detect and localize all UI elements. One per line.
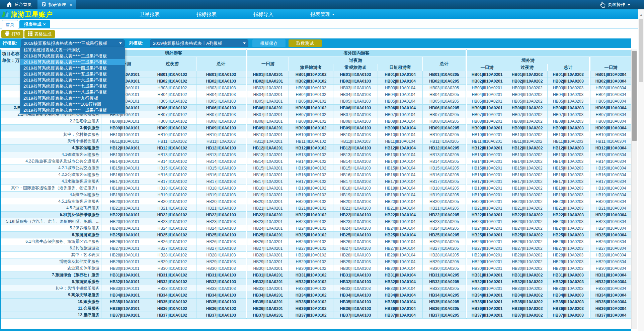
tab-report-generation[interactable]: 报表生成× <box>19 20 50 28</box>
data-cell: HB07|III10A0203 <box>548 111 589 118</box>
nav-indicator-reports[interactable]: 指标报表 <box>196 9 217 19</box>
data-cell: HB31|II10A0103 <box>196 272 246 279</box>
data-cell: HB37|III10A0202 <box>507 312 548 319</box>
table-row: 8.旅游娱乐服务HB32|II10A0101HB32|II10A0102HB32… <box>0 279 632 285</box>
data-cell: HB33|II10A0103 <box>196 285 246 292</box>
tab-close-icon[interactable]: × <box>43 22 46 27</box>
data-cell: HB21|III10A0102 <box>289 205 333 212</box>
row-label-cell: 农业观光休闲旅游 <box>0 265 101 272</box>
col-header-blank <box>590 57 631 64</box>
data-cell: HB26|II10A0103 <box>196 238 246 245</box>
row-label-cell: 8.旅游娱乐服务 <box>0 279 101 285</box>
data-cell: HB08|III10A0202 <box>507 118 548 125</box>
row-template-select[interactable]: 2019核算系统报表格式表*****三成果行模板 <box>21 39 125 47</box>
data-cell: HB30|III10A0102 <box>289 265 333 272</box>
data-cell: HB23|III10A0201 <box>467 218 507 225</box>
dropdown-option[interactable]: 2019核算系统报表格式表*****七成果行模板 <box>20 83 125 89</box>
data-cell: HB26|II10A0101 <box>101 238 148 245</box>
data-cell: HB30|III10A0201 <box>467 265 507 272</box>
dropdown-option[interactable]: 2019核算系统报表格式表*****八成果行模板 <box>20 89 125 95</box>
dropdown-option[interactable]: 2019核算系统报表格式表*****九行模板 <box>20 95 125 101</box>
data-cell: HB32|II10A0101 <box>101 279 148 285</box>
data-cell: HB08|II10A0102 <box>148 118 196 125</box>
table-row: 其中：国际旅客运输服务（港务服务、签证服务）HB18|II10A0101HB18… <box>0 185 632 192</box>
data-cell: HB01|III10A0201 <box>467 71 507 78</box>
dropdown-option[interactable]: 2019核算系统报表格式表*****五成果行模板 <box>20 71 125 77</box>
home-icon <box>7 2 12 8</box>
data-cell: HB36|III10A0304 <box>590 305 631 312</box>
dropdown-option[interactable]: 2019核算系统报表格式表*****四成果行模板 <box>20 65 125 71</box>
fetch-test-button[interactable]: 取数测试 <box>289 39 322 47</box>
row-template-dropdown[interactable]: 核算系统报表格式表一行测试2019核算系统报表格式表*****二成果行模板201… <box>20 47 125 114</box>
data-cell: HB22|III10A0104 <box>378 212 423 218</box>
table-row: 12.康疗服务HB37|II10A0101HB37|II10A0102HB37|… <box>0 312 632 319</box>
table-scrollbar-thumb[interactable] <box>632 51 637 141</box>
dropdown-option[interactable]: 2019核算系统报表格式表*****三成果行模板 <box>20 59 125 65</box>
data-cell: HB26|III10A0102 <box>289 238 333 245</box>
generate-table-button[interactable]: 表格生成 <box>24 30 55 38</box>
dropdown-option[interactable]: 2019核算系统报表格式表*****二成果行模板 <box>20 53 125 59</box>
dropdown-option[interactable]: 2019核算系统报表格式表*****一成果行模板 <box>20 107 125 113</box>
data-cell: HB06|III10A0104 <box>378 105 423 111</box>
dropdown-option[interactable]: 2019核算系统报表格式表*****六成果行模板 <box>20 77 125 83</box>
data-cell: HB13|III10A0104 <box>378 151 423 158</box>
dropdown-option[interactable]: 核算系统报表格式表一行测试 <box>20 47 125 53</box>
browser-tab-report-management[interactable]: 报表管理 × <box>37 0 76 9</box>
data-cell: HB26|III10A0203 <box>548 238 589 245</box>
data-cell: HB15|III10A0201 <box>467 165 507 172</box>
page-operations-menu[interactable]: 页面操作 <box>600 0 631 9</box>
table-row: 2.2住宅物业服务HB08|II10A0101HB08|II10A0102HB0… <box>0 118 632 125</box>
data-cell: HB03|III10A0202 <box>507 85 548 91</box>
data-cell: HB07|III10A0103 <box>333 111 378 118</box>
col-template-select[interactable]: 2019核算系统报表格式表十A列模板 <box>150 39 248 47</box>
col-header-day-trip: 一日游 <box>247 57 289 71</box>
tab-close-icon[interactable]: × <box>70 2 72 7</box>
table-scrollbar[interactable] <box>631 49 637 329</box>
data-cell: HB01|III10A0203 <box>548 71 589 78</box>
scroll-up-arrow-icon[interactable]: ▲ <box>638 12 644 17</box>
data-cell: HB19|III10A0202 <box>507 192 548 198</box>
data-cell: HB35|III10A0304 <box>590 299 631 305</box>
data-cell: HB09|II10A0201 <box>247 125 289 131</box>
save-template-button[interactable]: 模板保存 <box>252 39 286 47</box>
dropdown-option[interactable]: 2019核算系统报表格式表*****10B行模版 <box>20 101 125 107</box>
data-cell: HB06|II10A0201 <box>247 105 289 111</box>
data-cell: HB15|II10A0101 <box>101 165 148 172</box>
data-cell: HB06|II10A0102 <box>148 105 196 111</box>
backend-home-item[interactable]: 后台首页 <box>3 0 35 9</box>
data-cell: HB07|II10A0103 <box>196 111 246 118</box>
data-cell: HB01|II10A0103 <box>196 71 246 78</box>
data-cell: HB35|III10A0202 <box>507 299 548 305</box>
tab-home[interactable]: 首页 <box>2 20 18 28</box>
data-cell: HB32|II10A0102 <box>148 279 196 285</box>
data-cell: HB35|III10A0201 <box>467 299 507 305</box>
data-cell: HB03|II10A0205 <box>423 85 466 91</box>
data-cell: HB19|III10A0304 <box>590 192 631 198</box>
data-cell: HB17|III10A0203 <box>548 178 589 185</box>
row-label-cell: 4.1铁路旅客运输服务 <box>0 151 101 158</box>
nav-report-management[interactable]: 报表管理 <box>310 9 335 19</box>
data-cell: HB37|III10A0104 <box>378 312 423 319</box>
table-row: 其中：风情小镇娱乐服务HB33|II10A0101HB33|II10A0102H… <box>0 285 632 292</box>
data-cell: HB16|III10A0102 <box>289 172 333 178</box>
page-scrollbar-thumb[interactable] <box>639 19 643 82</box>
page-scrollbar[interactable]: ▲ <box>638 9 644 331</box>
data-cell: HB31|III10A0201 <box>467 272 507 279</box>
nav-indicator-import[interactable]: 指标导入 <box>253 9 273 19</box>
col-header-total: 总计 <box>196 57 246 71</box>
data-cell: HB11|II10A0201 <box>247 138 289 145</box>
data-cell: HB24|II10A0201 <box>247 225 289 232</box>
data-cell: HB13|III10A0202 <box>507 151 548 158</box>
data-cell: HB33|III10A0102 <box>289 285 333 292</box>
data-cell: HB32|III10A0102 <box>289 279 333 285</box>
data-cell: HB07|II10A0201 <box>247 111 289 118</box>
data-cell: HB32|III10A0103 <box>333 279 378 285</box>
data-cell: HB12|II10A0205 <box>423 145 466 151</box>
data-cell: HB03|II10A0103 <box>196 85 246 91</box>
row-label-cell: 4.5.2游览飞行服务 <box>0 205 101 212</box>
table-row: 4.2公路旅客运输服务及城市公共交通服务HB14|II10A0101HB14|I… <box>0 158 632 165</box>
print-button[interactable]: 打印 <box>1 30 23 38</box>
data-cell: HB01|II10A0201 <box>247 71 289 78</box>
nav-satellite-reports[interactable]: 卫星报表 <box>140 9 160 19</box>
data-cell: HB15|III10A0104 <box>378 165 423 172</box>
